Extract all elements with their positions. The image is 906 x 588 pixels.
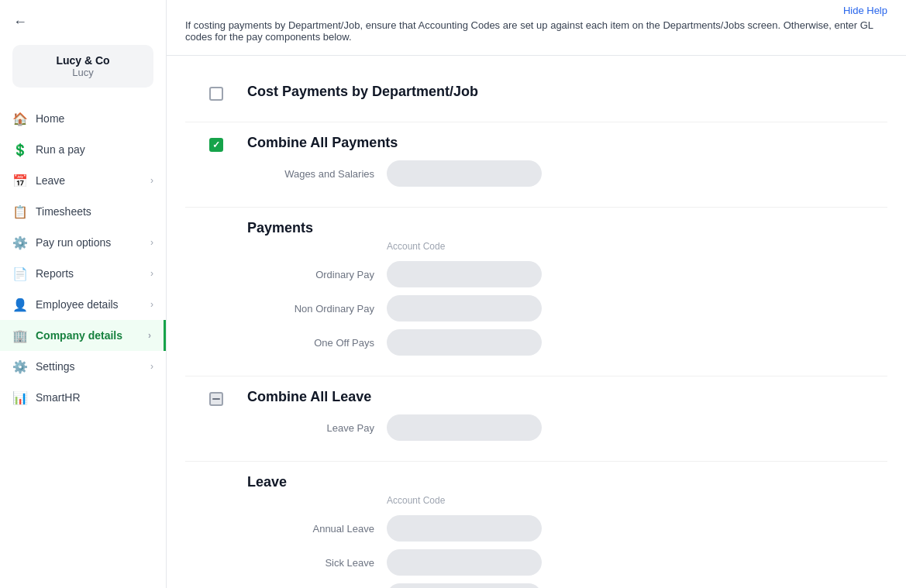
- combine-payments-section: Combine All Payments Wages and Salaries: [185, 122, 887, 208]
- sidebar-header: Lucy & Co Lucy: [0, 36, 166, 103]
- payments-title: Payments: [247, 220, 887, 236]
- run-a-pay-icon: 💲: [12, 142, 28, 157]
- reports-icon: 📄: [12, 266, 28, 281]
- sidebar-item-label-settings: Settings: [36, 360, 143, 373]
- combine-leave-checkbox[interactable]: [209, 392, 223, 406]
- sick-leave-input[interactable]: [387, 549, 542, 576]
- sidebar-item-employee-details[interactable]: 👤Employee details›: [0, 289, 166, 320]
- lieu-taken-input[interactable]: [387, 583, 542, 588]
- leave-icon: 📅: [12, 173, 28, 188]
- leave-pay-row: Leave Pay: [247, 414, 887, 441]
- sidebar-item-label-company-details: Company details: [36, 329, 140, 342]
- chevron-icon-leave: ›: [150, 175, 153, 186]
- company-details-icon: 🏢: [12, 328, 28, 343]
- sick-leave-row: Sick Leave: [247, 549, 887, 576]
- leave-pay-input[interactable]: [387, 414, 542, 441]
- settings-icon: ⚙️: [12, 359, 28, 374]
- leave-account-code-label: Account Code: [247, 495, 887, 506]
- chevron-icon-reports: ›: [150, 268, 153, 279]
- annual-leave-input[interactable]: [387, 515, 542, 542]
- company-card: Lucy & Co Lucy: [12, 45, 153, 88]
- sidebar-item-label-employee-details: Employee details: [36, 298, 143, 311]
- leave-section: Leave Account Code Annual Leave Sick Lea…: [185, 462, 887, 588]
- content-area: Cost Payments by Department/Job Combine …: [167, 56, 906, 588]
- smarthr-icon: 📊: [12, 390, 28, 405]
- sidebar-item-label-reports: Reports: [36, 267, 143, 280]
- sidebar-item-settings[interactable]: ⚙️Settings›: [0, 351, 166, 382]
- non-ordinary-pay-input[interactable]: [387, 295, 542, 322]
- ordinary-pay-row: Ordinary Pay: [247, 261, 887, 287]
- combine-leave-title: Combine All Leave: [247, 389, 887, 405]
- back-arrow-icon: ←: [12, 14, 28, 29]
- sidebar-item-timesheets[interactable]: 📋Timesheets: [0, 196, 166, 227]
- chevron-icon-employee-details: ›: [150, 299, 153, 310]
- chevron-icon-pay-run-options: ›: [150, 237, 153, 248]
- wages-salaries-label: Wages and Salaries: [247, 168, 387, 180]
- ordinary-pay-label: Ordinary Pay: [247, 269, 387, 280]
- combine-payments-content: Combine All Payments Wages and Salaries: [247, 135, 887, 194]
- cost-payments-checkbox[interactable]: [209, 87, 223, 101]
- combine-leave-section: Combine All Leave Leave Pay: [185, 377, 887, 462]
- sidebar: ← Lucy & Co Lucy 🏠Home💲Run a pay📅Leave›📋…: [0, 0, 167, 588]
- company-name: Lucy & Co: [25, 54, 141, 67]
- wages-salaries-row: Wages and Salaries: [247, 160, 887, 187]
- pay-run-options-icon: ⚙️: [12, 235, 28, 250]
- cost-payments-checkbox-col: [185, 84, 247, 101]
- lieu-taken-row: Lieu Taken: [247, 583, 887, 588]
- back-button[interactable]: ←: [0, 9, 166, 36]
- sidebar-item-leave[interactable]: 📅Leave›: [0, 165, 166, 196]
- sick-leave-label: Sick Leave: [247, 557, 387, 569]
- annual-leave-label: Annual Leave: [247, 523, 387, 535]
- home-icon: 🏠: [12, 111, 28, 126]
- non-ordinary-pay-label: Non Ordinary Pay: [247, 303, 387, 315]
- sidebar-item-home[interactable]: 🏠Home: [0, 103, 166, 134]
- hide-help-link[interactable]: Hide Help: [843, 5, 887, 16]
- nav-items: 🏠Home💲Run a pay📅Leave›📋Timesheets⚙️Pay r…: [0, 103, 166, 588]
- ordinary-pay-input[interactable]: [387, 261, 542, 287]
- sidebar-item-smarthr[interactable]: 📊SmartHR: [0, 382, 166, 413]
- main-content: Hide Help If costing payments by Departm…: [167, 0, 906, 588]
- one-off-pays-input[interactable]: [387, 329, 542, 356]
- combine-payments-checkbox[interactable]: [209, 138, 223, 152]
- payments-account-code-label: Account Code: [247, 241, 887, 252]
- cost-payments-section: Cost Payments by Department/Job: [185, 71, 887, 122]
- combine-payments-title: Combine All Payments: [247, 135, 887, 151]
- chevron-icon-settings: ›: [150, 361, 153, 372]
- combine-payments-checkbox-col: [185, 135, 247, 152]
- wages-salaries-input[interactable]: [387, 160, 542, 187]
- top-bar: Hide Help: [167, 0, 906, 16]
- sidebar-item-company-details[interactable]: 🏢Company details›: [0, 320, 166, 351]
- sidebar-item-run-a-pay[interactable]: 💲Run a pay: [0, 134, 166, 165]
- cost-payments-content: Cost Payments by Department/Job: [247, 84, 887, 109]
- combine-leave-content: Combine All Leave Leave Pay: [247, 389, 887, 449]
- cost-payments-title: Cost Payments by Department/Job: [247, 84, 887, 100]
- leave-pay-label: Leave Pay: [247, 422, 387, 434]
- sidebar-item-label-pay-run-options: Pay run options: [36, 236, 143, 249]
- sidebar-item-pay-run-options[interactable]: ⚙️Pay run options›: [0, 227, 166, 258]
- info-banner: If costing payments by Department/Job, e…: [167, 16, 906, 56]
- sidebar-item-reports[interactable]: 📄Reports›: [0, 258, 166, 289]
- one-off-pays-label: One Off Pays: [247, 337, 387, 349]
- payments-inner: Payments Account Code Ordinary Pay Non O…: [185, 220, 887, 356]
- timesheets-icon: 📋: [12, 204, 28, 219]
- sidebar-item-label-run-a-pay: Run a pay: [36, 143, 153, 156]
- combine-leave-checkbox-col: [185, 389, 247, 406]
- sidebar-item-label-home: Home: [36, 112, 153, 125]
- company-user: Lucy: [25, 67, 141, 78]
- sidebar-item-label-smarthr: SmartHR: [36, 391, 153, 404]
- employee-details-icon: 👤: [12, 297, 28, 312]
- payments-section: Payments Account Code Ordinary Pay Non O…: [185, 208, 887, 377]
- leave-inner: Leave Account Code Annual Leave Sick Lea…: [185, 474, 887, 588]
- one-off-pays-row: One Off Pays: [247, 329, 887, 356]
- leave-title: Leave: [247, 474, 887, 490]
- chevron-icon-company-details: ›: [148, 330, 151, 341]
- sidebar-item-label-timesheets: Timesheets: [36, 205, 153, 218]
- sidebar-item-label-leave: Leave: [36, 174, 143, 187]
- non-ordinary-pay-row: Non Ordinary Pay: [247, 295, 887, 322]
- annual-leave-row: Annual Leave: [247, 515, 887, 542]
